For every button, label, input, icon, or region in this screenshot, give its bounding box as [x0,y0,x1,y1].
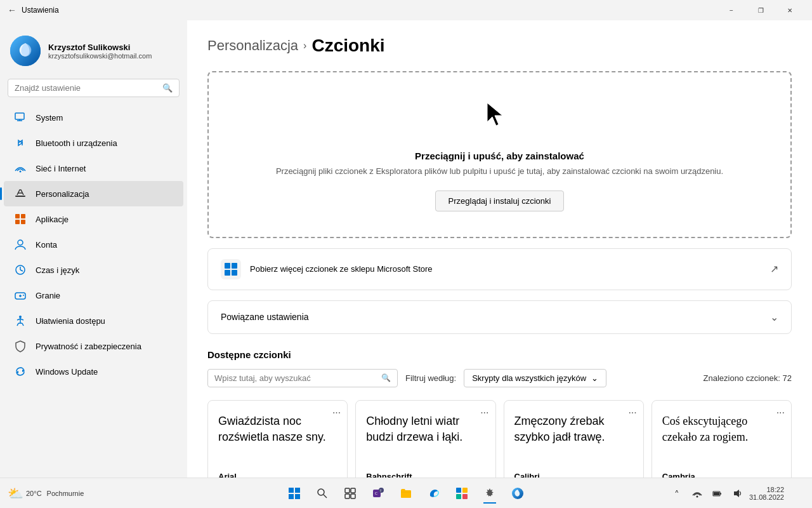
nav-item-privacy[interactable]: Prywatność i zabezpieczenia [4,333,183,359]
personalization-icon [14,187,27,200]
clock-date: 31.08.2022 [749,493,784,501]
taskbar-right: ^ 18:22 31.08.2022 [668,481,804,506]
edge-button[interactable] [421,481,447,506]
nav-item-network[interactable]: Sieć i Internet [4,156,183,181]
teams-button[interactable]: TC [365,481,391,506]
file-explorer-button[interactable] [393,481,419,506]
battery-tray-icon[interactable] [709,481,726,506]
nav-item-accounts[interactable]: Konta [4,232,183,257]
nav-item-system[interactable]: System [4,105,183,130]
taskbar: ⛅ 20°C Pochmurnie TC [0,478,812,508]
task-view-button[interactable] [337,481,363,506]
external-link-icon: ↗ [770,263,778,275]
svg-point-4 [20,171,22,173]
nav-item-accessibility[interactable]: Ułatwienia dostępu [4,308,183,333]
tray-expand-button[interactable]: ^ [668,481,686,506]
clock-time: 18:22 [749,486,784,493]
svg-line-14 [20,270,23,271]
font-name: Bahnschrift [366,472,485,478]
nav-item-gaming[interactable]: Granie [4,283,183,308]
user-name: Krzysztof Sulikowski [48,43,152,52]
system-icon [14,111,27,124]
content-area: Personalizacja › Czcionki Przeciągnij i … [187,20,812,478]
font-card-menu-icon[interactable]: ··· [332,407,341,418]
titlebar-controls: − ❐ ✕ [717,0,804,20]
taskbar-center: TC [282,481,530,506]
close-button[interactable]: ✕ [775,0,804,20]
user-profile[interactable]: Krzysztof Sulikowski krzysztofsulikowski… [0,25,187,79]
nav-label-bluetooth: Bluetooth i urządzenia [36,138,117,148]
taskbar-time-display[interactable]: 18:22 31.08.2022 [749,486,784,501]
font-card-menu-icon[interactable]: ··· [776,407,785,418]
nav-item-bluetooth[interactable]: Bluetooth i urządzenia [4,130,183,156]
nav-item-apps[interactable]: Aplikacje [4,206,183,232]
svg-rect-26 [232,270,237,276]
sidebar: Krzysztof Sulikowski krzysztofsulikowski… [0,20,187,478]
nav-item-time[interactable]: Czas i język [4,257,183,283]
nav-label-gaming: Granie [36,291,60,300]
svg-point-31 [318,489,324,495]
minimize-button[interactable]: − [717,0,746,20]
user-email: krzysztofsulikowski@hotmail.com [48,52,152,60]
browse-fonts-button[interactable]: Przeglądaj i instaluj czcionki [435,190,565,211]
weather-desc: Pochmurnie [47,490,84,497]
bluetooth-icon [14,137,27,149]
filter-chevron-icon: ⌄ [591,373,598,383]
svg-rect-25 [225,270,230,276]
taskbar-weather[interactable]: ⛅ 20°C Pochmurnie [8,486,84,501]
related-settings-title: Powiązane ustawienia [221,312,309,322]
main-layout: Krzysztof Sulikowski krzysztofsulikowski… [0,20,812,478]
drop-title: Przeciągnij i upuść, aby zainstalować [221,150,778,161]
font-card[interactable]: ··· Gwiaździsta noc rozświetla nasze sny… [207,400,348,478]
font-card[interactable]: ··· Coś ekscytującego czekało za rogiem.… [652,400,792,478]
font-card-menu-icon[interactable]: ··· [628,407,636,418]
font-card[interactable]: ··· Chłodny letni wiatr budzi drzewa i ł… [355,400,495,478]
weather-info: 20°C Pochmurnie [26,490,84,497]
font-search-input[interactable] [214,373,377,383]
search-input[interactable] [15,83,159,93]
breadcrumb-current: Czcionki [311,36,384,56]
font-preview-text: Chłodny letni wiatr budzi drzewa i łąki. [366,413,485,464]
start-button[interactable] [282,481,307,506]
font-card[interactable]: ··· Zmęczony źrebak szybko jadł trawę. C… [504,400,644,478]
svg-rect-24 [232,263,237,269]
notification-button[interactable] [787,481,804,506]
svg-marker-51 [734,490,739,497]
font-name: Cambria [662,472,781,478]
cursor-drop-icon [221,98,778,143]
taskbar-search-button[interactable] [310,481,335,506]
network-tray-icon[interactable] [688,481,706,506]
dropzone[interactable]: Przeciągnij i upuść, aby zainstalować Pr… [207,71,792,238]
privacy-icon [14,340,27,352]
filter-value: Skrypty dla wszystkich języków [472,373,586,383]
store-text: Pobierz więcej czcionek ze sklepu Micros… [250,264,433,274]
window-title: Ustawienia [22,6,59,15]
font-card-menu-icon[interactable]: ··· [480,407,488,418]
accessibility-icon [14,314,27,327]
svg-rect-49 [714,492,719,495]
svg-rect-28 [295,488,300,493]
search-icon: 🔍 [162,83,173,93]
svg-rect-52 [790,488,801,498]
svg-rect-30 [295,494,300,499]
back-icon[interactable]: ← [8,5,16,15]
nav-label-privacy: Prywatność i zabezpieczenia [36,342,141,351]
breadcrumb-arrow: › [303,40,306,51]
restore-button[interactable]: ❐ [746,0,775,20]
store-button[interactable] [449,481,475,506]
nav-item-update[interactable]: Windows Update [4,359,183,384]
search-box: 🔍 [8,79,180,97]
drop-subtitle: Przeciągnij pliki czcionek z Eksplorator… [221,165,778,178]
settings-button[interactable] [477,481,502,506]
breadcrumb-parent[interactable]: Personalizacja [207,37,298,54]
update-icon [14,365,27,378]
mango-app-button[interactable] [505,481,530,506]
filter-label: Filtruj według: [405,373,456,383]
nav-item-personalization[interactable]: Personalizacja [4,181,183,206]
store-row[interactable]: Pobierz więcej czcionek ze sklepu Micros… [207,248,792,290]
svg-rect-23 [225,263,230,269]
svg-rect-9 [15,220,20,224]
related-settings[interactable]: Powiązane ustawienia ⌄ [207,300,792,334]
volume-tray-icon[interactable] [729,481,747,506]
filter-dropdown[interactable]: Skrypty dla wszystkich języków ⌄ [464,369,606,387]
